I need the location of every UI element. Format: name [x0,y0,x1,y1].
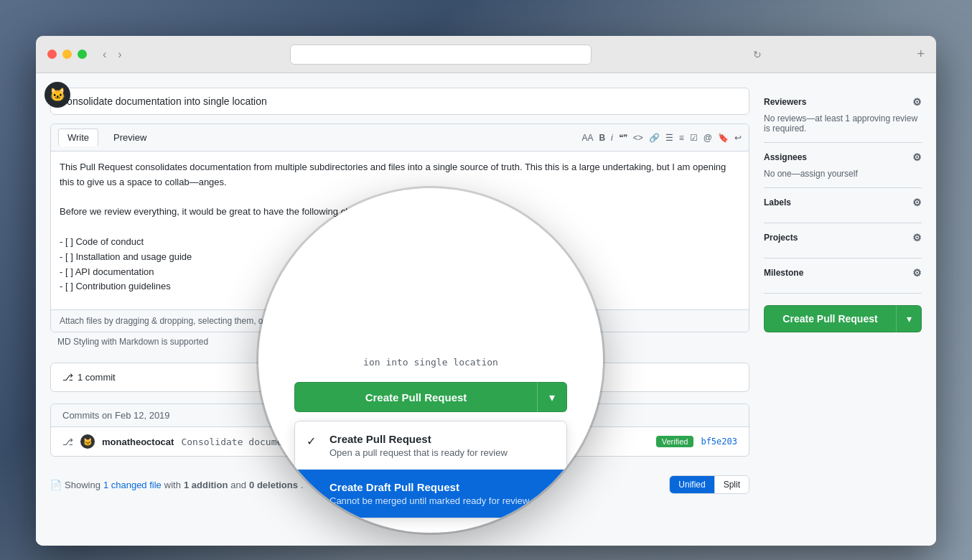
commit-icon: ⎇ [62,372,73,383]
reviewers-header: Reviewers ⚙ [764,96,922,108]
create-pull-request-button[interactable]: Create Pull Request [764,305,896,332]
toolbar-icons: AA B i ❝❞ <> 🔗 ☰ ≡ ☑ @ 🔖 [581,133,742,143]
nav-buttons: ‹ › [98,47,126,62]
split-view-button[interactable]: Split [715,476,749,493]
reviewers-gear-icon[interactable]: ⚙ [912,96,922,108]
bold-icon[interactable]: B [599,133,605,143]
mag-create-pull-request-button[interactable]: Create Pull Request [294,382,537,412]
assignees-gear-icon[interactable]: ⚙ [912,151,922,163]
milestone-header: Milestone ⚙ [764,267,922,279]
reviewers-section: Reviewers ⚙ No reviews—at least 1 approv… [764,88,922,143]
labels-gear-icon[interactable]: ⚙ [912,197,922,208]
showing-text: Showing [65,480,101,490]
italic-icon[interactable]: i [611,133,613,143]
text-size-icon[interactable]: AA [581,133,593,143]
browser-window: ‹ › ↻ + 🐱 [36,36,936,546]
milestone-gear-icon[interactable]: ⚙ [912,267,922,279]
assignees-header: Assignees ⚙ [764,151,922,163]
create-draft-pr-item-desc: Cannot be merged until marked ready for … [330,495,555,506]
view-buttons: Unified Split [669,475,749,494]
address-bar[interactable] [290,45,592,65]
mag-bg-text: ion into single location [363,357,498,368]
mag-dropdown-menu: ✓ Create Pull Request Open a pull reques… [294,421,567,518]
write-tab[interactable]: Write [58,129,98,146]
window-control-buttons [47,50,87,59]
assignees-section: Assignees ⚙ No one—assign yourself [764,143,922,188]
create-draft-pr-item-title: Create Draft Pull Request [330,481,555,493]
verified-badge: Verified [656,436,694,447]
markdown-icon: MD [57,337,71,347]
projects-label: Projects [764,233,798,243]
create-pr-item-title: Create Pull Request [330,433,555,445]
github-logo: 🐱 [43,80,72,109]
reviewers-label: Reviewers [764,97,806,107]
mag-create-pr-dropdown-button[interactable]: ▾ [537,382,567,412]
additions-count: 1 addition [184,480,228,490]
svg-text:🐱: 🐱 [50,87,66,103]
pr-sidebar: Reviewers ⚙ No reviews—at least 1 approv… [764,88,922,531]
labels-header: Labels ⚙ [764,197,922,208]
assignees-label: Assignees [764,152,807,162]
mag-create-btn-row: Create Pull Request ▾ [294,382,567,412]
projects-header: Projects ⚙ [764,232,922,243]
commit-sha: bf5e203 [701,437,737,447]
labels-label: Labels [764,197,791,207]
code-icon[interactable]: <> [633,133,643,143]
with-text: with [164,480,181,490]
create-pr-menu-item[interactable]: ✓ Create Pull Request Open a pull reques… [295,421,566,470]
milestone-section: Milestone ⚙ [764,258,922,294]
magnify-content: ion into single location Create Pull Req… [258,188,603,533]
commits-count: ⎇ 1 commit [51,363,284,391]
reply-icon[interactable]: ↩ [734,133,742,143]
projects-section: Projects ⚙ [764,223,922,258]
assignees-value: No one—assign yourself [764,169,922,179]
task-list-icon[interactable]: ☑ [690,133,698,143]
new-tab-button[interactable]: + [917,47,925,62]
back-button[interactable]: ‹ [98,47,111,62]
commit-author: monatheoctocat [102,437,174,447]
create-pr-area: Create Pull Request ▾ [764,305,922,332]
avatar: 🐱 [80,434,95,449]
browser-chrome: ‹ › ↻ + [36,36,936,73]
quote-icon[interactable]: ❝❞ [619,133,627,143]
pr-title-input[interactable] [50,88,749,115]
reviewers-value: No reviews—at least 1 approving review i… [764,113,922,134]
maximize-button[interactable] [78,50,87,59]
dropdown-arrow-icon: ▾ [549,391,555,404]
list-ul-icon[interactable]: ☰ [665,133,673,143]
preview-tab[interactable]: Preview [104,129,156,146]
bookmark-icon[interactable]: 🔖 [718,133,729,143]
link-icon[interactable]: 🔗 [649,133,660,143]
reload-button[interactable]: ↻ [753,49,762,60]
commit-dot-icon: ⎇ [62,437,73,447]
close-button[interactable] [47,50,57,59]
projects-gear-icon[interactable]: ⚙ [912,232,922,243]
magnify-overlay: ion into single location Create Pull Req… [258,188,603,533]
create-pr-item-desc: Open a pull request that is ready for re… [330,447,555,458]
create-draft-pr-menu-item[interactable]: Create Draft Pull Request Cannot be merg… [295,470,566,518]
file-changed-icon: 📄 [50,480,62,490]
changed-files-link[interactable]: 1 changed file [103,480,162,490]
attach-files-text: Attach files by dragging & dropping, sel… [60,316,274,326]
milestone-label: Milestone [764,268,803,278]
and-text: and [230,480,246,490]
forward-button[interactable]: › [113,47,126,62]
deletions-count: 0 deletions [249,480,298,490]
editor-toolbar: Write Preview AA B i ❝❞ <> 🔗 ☰ ≡ [51,124,749,151]
checkmark-icon: ✓ [307,434,316,448]
browser-content: 🐱 Write Preview AA [36,73,936,546]
minimize-button[interactable] [62,50,72,59]
unified-view-button[interactable]: Unified [670,476,714,493]
list-ol-icon[interactable]: ≡ [679,133,684,143]
mention-icon[interactable]: @ [704,133,712,143]
labels-section: Labels ⚙ [764,188,922,223]
create-pr-dropdown-button[interactable]: ▾ [896,305,922,332]
